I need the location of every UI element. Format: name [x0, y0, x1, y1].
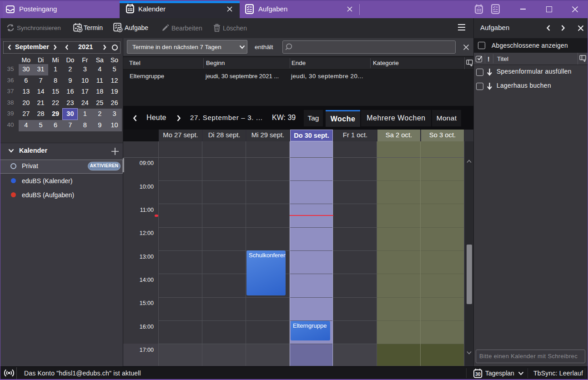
svg-text:30: 30 — [475, 371, 481, 377]
